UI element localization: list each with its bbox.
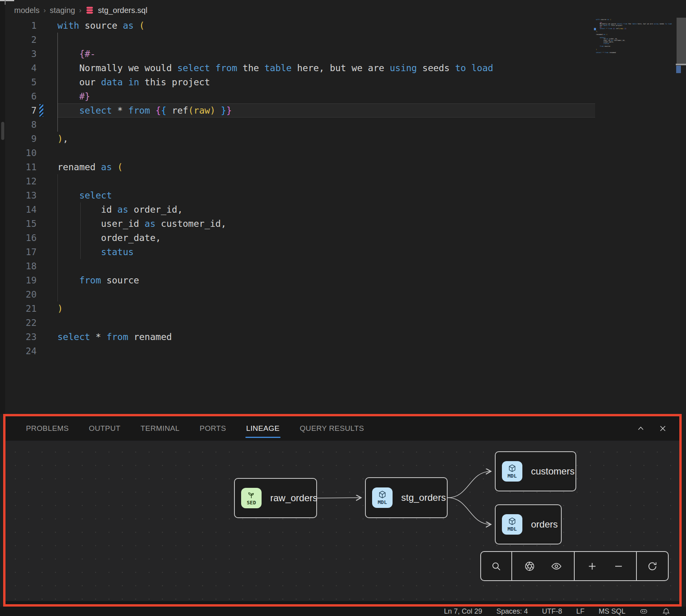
panel-tab-ports[interactable]: PORTS bbox=[199, 423, 227, 434]
code-line-content[interactable]: with source as ( bbox=[57, 18, 595, 33]
line-number[interactable]: 2 bbox=[0, 33, 57, 47]
minus-button[interactable] bbox=[609, 557, 627, 575]
code-line[interactable]: 13 select bbox=[0, 188, 686, 202]
code-line[interactable]: 7 select * from {{ ref(raw) }} bbox=[0, 103, 686, 118]
code-line[interactable]: 24 bbox=[0, 344, 686, 358]
line-number[interactable]: 11 bbox=[0, 160, 57, 174]
breadcrumb[interactable]: models ›staging › stg_orders.sql bbox=[14, 4, 148, 17]
status-item-utf-8[interactable]: UTF-8 bbox=[542, 607, 562, 616]
code-line-content[interactable]: renamed as ( bbox=[57, 160, 595, 174]
lineage-node-customers[interactable]: MDL customers bbox=[495, 451, 576, 491]
code-line-content[interactable]: #} bbox=[57, 89, 595, 103]
copilot-icon[interactable] bbox=[640, 607, 648, 616]
code-line-content[interactable]: select * from {{ ref(raw) }} bbox=[57, 103, 595, 118]
code-line[interactable]: 10 bbox=[0, 146, 686, 160]
code-line[interactable]: 14 id as order_id, bbox=[0, 202, 686, 217]
eye-button[interactable] bbox=[547, 557, 565, 575]
code-line-content[interactable]: ) bbox=[57, 302, 595, 316]
panel-tab-problems[interactable]: PROBLEMS bbox=[25, 423, 70, 434]
line-number[interactable]: 21 bbox=[0, 302, 57, 316]
line-number[interactable]: 15 bbox=[0, 217, 57, 231]
code-line[interactable]: 19 from source bbox=[0, 273, 686, 287]
code-line[interactable]: 2 bbox=[0, 33, 686, 47]
code-line-content[interactable]: our data in this project bbox=[57, 75, 595, 89]
code-line[interactable]: 6 #} bbox=[0, 89, 686, 103]
minimap[interactable]: with source as ( {#- Normally we would s… bbox=[596, 19, 667, 55]
code-line-content[interactable] bbox=[57, 174, 595, 188]
code-line[interactable]: 11 renamed as ( bbox=[0, 160, 686, 174]
status-item-ms[interactable]: MS SQL bbox=[599, 607, 625, 616]
code-line[interactable]: 12 bbox=[0, 174, 686, 188]
line-number[interactable]: 5 bbox=[0, 75, 57, 89]
refresh-button[interactable] bbox=[643, 557, 661, 575]
lineage-canvas[interactable]: SED raw_orders MDL stg_orders MDL custom… bbox=[6, 441, 679, 601]
status-item-lf[interactable]: LF bbox=[576, 607, 585, 616]
code-line-content[interactable]: select bbox=[57, 188, 595, 202]
code-editor[interactable]: 1 with source as (2 3 {#-4 Normally we w… bbox=[0, 18, 686, 358]
code-line-content[interactable]: {#- bbox=[57, 47, 595, 61]
status-item-spaces[interactable]: Spaces: 4 bbox=[496, 607, 528, 616]
line-number[interactable]: 6 bbox=[0, 89, 57, 103]
status-item-ln[interactable]: Ln 7, Col 29 bbox=[444, 607, 482, 616]
code-line-content[interactable] bbox=[57, 146, 595, 160]
code-line-content[interactable] bbox=[57, 344, 595, 358]
line-number[interactable]: 1 bbox=[0, 18, 57, 33]
code-line-content[interactable]: id as order_id, bbox=[57, 202, 595, 217]
bell-icon[interactable] bbox=[662, 607, 670, 616]
code-line-content[interactable] bbox=[57, 259, 595, 273]
code-line[interactable]: 20 bbox=[0, 287, 686, 302]
line-number[interactable]: 16 bbox=[0, 231, 57, 245]
code-line[interactable]: 18 bbox=[0, 259, 686, 273]
search-button[interactable] bbox=[487, 557, 505, 575]
line-number[interactable]: 24 bbox=[0, 344, 57, 358]
code-line-content[interactable]: select * from renamed bbox=[57, 330, 595, 344]
code-line-content[interactable] bbox=[57, 118, 595, 132]
line-number[interactable]: 10 bbox=[0, 146, 57, 160]
line-number[interactable]: 13 bbox=[0, 188, 57, 202]
code-line-content[interactable] bbox=[57, 316, 595, 330]
code-line[interactable]: 23 select * from renamed bbox=[0, 330, 686, 344]
close-icon[interactable] bbox=[658, 424, 668, 433]
code-line-content[interactable] bbox=[57, 287, 595, 302]
code-line-content[interactable]: status bbox=[57, 245, 595, 259]
line-number[interactable]: 23 bbox=[0, 330, 57, 344]
panel-tab-lineage[interactable]: LINEAGE bbox=[245, 423, 280, 434]
code-line[interactable]: 17 status bbox=[0, 245, 686, 259]
code-line[interactable]: 21 ) bbox=[0, 302, 686, 316]
code-line[interactable]: 16 order_date, bbox=[0, 231, 686, 245]
line-number[interactable]: 17 bbox=[0, 245, 57, 259]
code-line[interactable]: 15 user_id as customer_id, bbox=[0, 217, 686, 231]
lineage-node-stg_orders[interactable]: MDL stg_orders bbox=[365, 477, 448, 518]
code-line-content[interactable]: order_date, bbox=[57, 231, 595, 245]
line-number[interactable]: 8 bbox=[0, 118, 57, 132]
line-number[interactable]: 7 bbox=[0, 103, 57, 118]
code-line[interactable]: 1 with source as ( bbox=[0, 18, 686, 33]
line-number[interactable]: 19 bbox=[0, 273, 57, 287]
line-number[interactable]: 4 bbox=[0, 61, 57, 75]
chevron-up-icon[interactable] bbox=[636, 424, 645, 433]
panel-tab-query-results[interactable]: QUERY RESULTS bbox=[299, 423, 365, 434]
line-number[interactable]: 3 bbox=[0, 47, 57, 61]
plus-button[interactable] bbox=[583, 557, 601, 575]
code-line[interactable]: 9 ), bbox=[0, 132, 686, 146]
line-number[interactable]: 18 bbox=[0, 259, 57, 273]
line-number[interactable]: 14 bbox=[0, 202, 57, 217]
line-number[interactable]: 22 bbox=[0, 316, 57, 330]
lineage-node-orders[interactable]: MDL orders bbox=[495, 504, 562, 544]
code-line-content[interactable]: user_id as customer_id, bbox=[57, 217, 595, 231]
code-line-content[interactable]: from source bbox=[57, 273, 595, 287]
code-line[interactable]: 22 bbox=[0, 316, 686, 330]
panel-tab-terminal[interactable]: TERMINAL bbox=[140, 423, 180, 434]
code-line-content[interactable] bbox=[57, 33, 595, 47]
line-number[interactable]: 12 bbox=[0, 174, 57, 188]
code-line[interactable]: 8 bbox=[0, 118, 686, 132]
lineage-node-raw_orders[interactable]: SED raw_orders bbox=[234, 478, 317, 518]
code-line-content[interactable]: Normally we would select from the table … bbox=[57, 61, 595, 75]
breadcrumb-segment[interactable]: models bbox=[14, 6, 39, 15]
code-line[interactable]: 3 {#- bbox=[0, 47, 686, 61]
line-number[interactable]: 20 bbox=[0, 287, 57, 302]
aperture-button[interactable] bbox=[521, 557, 539, 575]
code-line[interactable]: 5 our data in this project bbox=[0, 75, 686, 89]
editor-scrollbar-thumb[interactable] bbox=[677, 18, 686, 64]
line-number[interactable]: 9 bbox=[0, 132, 57, 146]
